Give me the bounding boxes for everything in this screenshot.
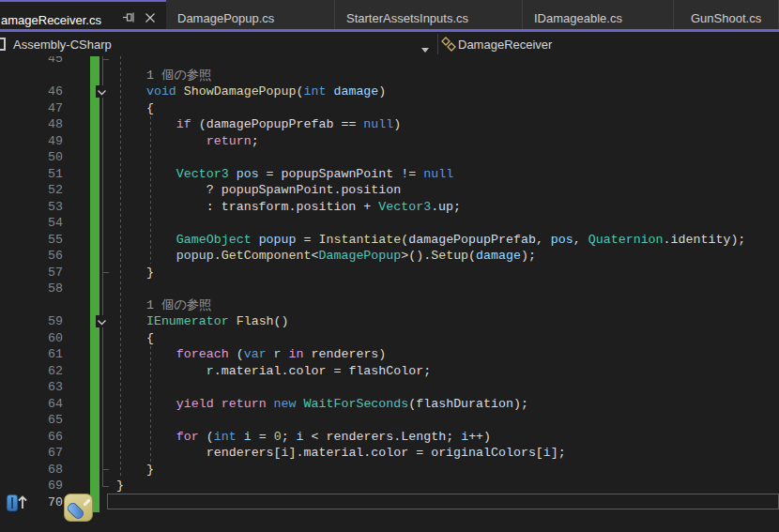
outline-guide-line xyxy=(102,56,103,486)
line-number: 56 xyxy=(0,248,63,265)
tab-gunshoot-cs[interactable]: GunShoot.cs xyxy=(674,0,779,29)
collapse-chevron-icon[interactable] xyxy=(96,315,108,327)
line-number: 52 xyxy=(0,182,63,199)
line-number: 55 xyxy=(0,232,63,249)
code-row[interactable]: 66 for (int i = 0; i < renderers.Length;… xyxy=(0,429,779,446)
current-line-highlight xyxy=(107,494,779,509)
indent-guide xyxy=(120,56,121,478)
code-text: { xyxy=(116,100,154,117)
line-number: 57 xyxy=(0,265,63,281)
tab-label: GunShoot.cs xyxy=(691,11,761,25)
line-number: 53 xyxy=(0,199,63,216)
tab-damagepopup-cs[interactable]: DamagePopup.cs xyxy=(166,0,335,29)
line-number: 61 xyxy=(0,346,63,363)
code-text: } xyxy=(116,478,124,494)
code-text: IEnumerator Flash() xyxy=(116,313,289,330)
code-row[interactable]: 61 foreach (var r in renderers) xyxy=(0,346,779,363)
tab-label: StarterAssetsInputs.cs xyxy=(346,11,468,25)
code-text: yield return new WaitForSeconds(flashDur… xyxy=(116,396,528,413)
tab-starterassetsinputs-cs[interactable]: StarterAssetsInputs.cs xyxy=(335,0,523,29)
line-number: 49 xyxy=(0,133,63,150)
class-icon xyxy=(440,36,457,55)
code-text: : transform.position + Vector3.up; xyxy=(116,199,461,216)
code-text: popup.GetComponent<DamagePopup>().Setup(… xyxy=(116,248,536,265)
code-row[interactable]: 54 xyxy=(0,215,779,232)
code-row[interactable]: 51 Vector3 pos = popupSpawnPoint != null xyxy=(0,166,779,183)
code-row[interactable]: 63 xyxy=(0,379,779,396)
dropdown-arrow-icon[interactable] xyxy=(421,42,430,56)
document-icon xyxy=(0,38,6,51)
line-number: 50 xyxy=(0,149,63,166)
close-icon[interactable] xyxy=(145,12,156,26)
line-number: 67 xyxy=(0,445,63,462)
up-arrow-icon[interactable] xyxy=(17,494,28,514)
code-row[interactable]: 49 return; xyxy=(0,133,779,150)
code-text: { xyxy=(116,330,154,347)
codelens-row[interactable]: 1 個の参照 xyxy=(0,68,779,84)
tab-idamageable-cs[interactable]: IDamageable.cs xyxy=(523,0,674,29)
code-text: return; xyxy=(116,133,259,150)
code-row[interactable]: 59 IEnumerator Flash() xyxy=(0,313,779,330)
line-number: 66 xyxy=(0,429,63,446)
code-row[interactable]: 57 } xyxy=(0,265,779,281)
line-number: 47 xyxy=(0,100,63,117)
line-number: 45 xyxy=(0,56,63,68)
code-text: GameObject popup = Instantiate(damagePop… xyxy=(116,232,745,249)
line-number: 62 xyxy=(0,363,63,380)
code-row[interactable]: 47 { xyxy=(0,100,779,117)
code-lines: 45 1 個の参照46 void ShowDamagePopup(int dam… xyxy=(0,56,779,510)
code-row[interactable]: 50 xyxy=(0,149,779,166)
tab-amagereceiver-cs[interactable]: amageReceiver.cs xyxy=(0,0,166,29)
tab-label: IDamageable.cs xyxy=(534,11,622,25)
navigation-bar: Assembly-CSharp DamageReceiver xyxy=(0,32,779,56)
line-number: 69 xyxy=(0,478,63,494)
code-row[interactable]: 52 ? popupSpawnPoint.position xyxy=(0,182,779,199)
code-text: foreach (var r in renderers) xyxy=(116,346,386,363)
code-row[interactable]: 68 } xyxy=(0,462,779,479)
type-dropdown[interactable]: DamageReceiver xyxy=(458,38,552,52)
code-row[interactable]: 58 xyxy=(0,281,779,297)
code-text: void ShowDamagePopup(int damage) xyxy=(116,84,386,100)
outline-end-tick xyxy=(102,59,109,60)
collapse-chevron-icon[interactable] xyxy=(96,85,108,98)
code-row[interactable]: 46 void ShowDamagePopup(int damage) xyxy=(0,84,779,100)
pin-icon[interactable] xyxy=(122,11,135,26)
code-text: ? popupSpawnPoint.position xyxy=(116,182,401,199)
code-text: if (damagePopupPrefab == null) xyxy=(116,116,401,133)
code-row[interactable]: 67 renderers[i].material.color = origina… xyxy=(0,445,779,462)
line-number: 46 xyxy=(0,84,63,100)
code-row[interactable]: 64 yield return new WaitForSeconds(flash… xyxy=(0,396,779,413)
code-row[interactable]: 53 : transform.position + Vector3.up; xyxy=(0,199,779,216)
navbar-separator xyxy=(437,34,438,54)
code-row[interactable]: 62 r.material.color = flashColor; xyxy=(0,363,779,380)
tab-label: amageReceiver.cs xyxy=(1,13,101,27)
line-number: 68 xyxy=(0,462,63,479)
tab-label: DamagePopup.cs xyxy=(177,11,274,25)
code-row[interactable]: 65 xyxy=(0,412,779,429)
indent-guide xyxy=(150,116,151,264)
change-tracking-bar xyxy=(90,56,99,512)
line-number: 54 xyxy=(0,215,63,232)
line-number: 65 xyxy=(0,412,63,429)
code-text: Vector3 pos = popupSpawnPoint != null xyxy=(116,166,453,183)
quick-action-icon[interactable] xyxy=(64,494,93,522)
code-row[interactable]: 69} xyxy=(0,478,779,494)
code-text: r.material.color = flashColor; xyxy=(116,363,431,380)
tab-bar: amageReceiver.csDamagePopup.csStarterAss… xyxy=(0,0,779,29)
codelens-row[interactable]: 1 個の参照 xyxy=(0,297,779,314)
code-row[interactable]: 60 { xyxy=(0,330,779,347)
code-text: renderers[i].material.color = originalCo… xyxy=(116,445,566,462)
line-number: 60 xyxy=(0,330,63,347)
code-row[interactable]: 45 xyxy=(0,56,779,68)
code-editor[interactable]: 45 1 個の参照46 void ShowDamagePopup(int dam… xyxy=(0,56,779,532)
code-row[interactable]: 56 popup.GetComponent<DamagePopup>().Set… xyxy=(0,248,779,265)
code-row[interactable]: 48 if (damagePopupPrefab == null) xyxy=(0,116,779,133)
outline-end-tick xyxy=(102,272,109,273)
code-text: 1 個の参照 xyxy=(116,68,211,84)
code-text: for (int i = 0; i < renderers.Length; i+… xyxy=(116,429,491,446)
indent-guide xyxy=(150,346,151,462)
project-dropdown[interactable]: Assembly-CSharp xyxy=(13,38,112,52)
visual-studio-window: amageReceiver.csDamagePopup.csStarterAss… xyxy=(0,0,779,532)
outline-end-tick xyxy=(102,486,109,487)
code-row[interactable]: 55 GameObject popup = Instantiate(damage… xyxy=(0,232,779,249)
